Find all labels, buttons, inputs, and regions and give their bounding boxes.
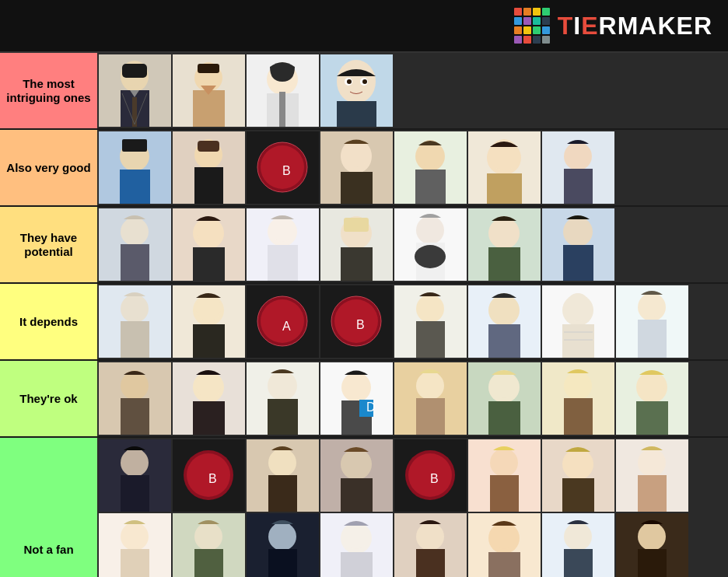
svg-point-199 bbox=[271, 521, 293, 546]
list-item bbox=[99, 439, 171, 512]
logo-cell bbox=[533, 26, 541, 34]
list-item bbox=[320, 54, 393, 127]
svg-point-77 bbox=[415, 245, 446, 268]
svg-rect-92 bbox=[193, 324, 225, 358]
list-item bbox=[99, 285, 171, 358]
logo-cell bbox=[533, 8, 541, 16]
svg-point-121 bbox=[641, 292, 663, 316]
svg-point-207 bbox=[419, 521, 441, 546]
svg-point-67 bbox=[271, 215, 294, 242]
svg-rect-24 bbox=[337, 101, 376, 127]
list-item bbox=[173, 362, 245, 435]
svg-point-23 bbox=[362, 79, 367, 84]
svg-text:B: B bbox=[356, 318, 365, 331]
tier-d-text: They're ok bbox=[19, 392, 77, 406]
svg-rect-146 bbox=[488, 401, 520, 435]
list-item bbox=[468, 362, 541, 435]
svg-point-22 bbox=[347, 79, 352, 84]
logo-cell bbox=[514, 36, 522, 44]
tier-label-a: Also very good bbox=[0, 130, 97, 205]
svg-rect-66 bbox=[268, 245, 298, 281]
svg-rect-214 bbox=[564, 549, 593, 577]
tier-c-content: A B bbox=[97, 284, 728, 359]
list-item bbox=[99, 362, 171, 435]
svg-text:D: D bbox=[366, 400, 376, 414]
header: TiERMAKER bbox=[0, 0, 728, 53]
tier-row-b: They have potential bbox=[0, 207, 728, 284]
list-item bbox=[468, 208, 541, 281]
list-item bbox=[247, 513, 319, 577]
svg-point-85 bbox=[566, 215, 590, 242]
svg-rect-202 bbox=[341, 552, 373, 577]
tier-row-a: Also very good bbox=[0, 130, 728, 207]
list-item bbox=[542, 208, 614, 281]
svg-point-55 bbox=[567, 141, 589, 166]
svg-rect-142 bbox=[416, 398, 445, 435]
logo-grid bbox=[514, 8, 550, 44]
svg-point-137 bbox=[345, 371, 368, 397]
logo-cell bbox=[523, 17, 531, 25]
tier-row-s: The most intriguing ones bbox=[0, 53, 728, 130]
list-item bbox=[542, 285, 614, 358]
svg-point-219 bbox=[641, 521, 663, 546]
svg-rect-80 bbox=[488, 247, 520, 281]
svg-rect-54 bbox=[564, 169, 593, 204]
svg-rect-190 bbox=[121, 549, 149, 577]
logo-cell bbox=[514, 26, 522, 34]
list-item bbox=[247, 54, 319, 127]
list-item bbox=[99, 131, 171, 204]
logo-cell bbox=[542, 8, 550, 16]
svg-point-143 bbox=[419, 370, 441, 395]
svg-point-89 bbox=[124, 293, 145, 318]
list-item bbox=[247, 362, 319, 435]
svg-rect-218 bbox=[638, 549, 667, 577]
svg-rect-42 bbox=[341, 172, 373, 204]
list-item bbox=[320, 513, 393, 577]
tier-s-content bbox=[97, 53, 728, 128]
list-item: A bbox=[247, 285, 319, 358]
svg-rect-206 bbox=[416, 549, 445, 577]
svg-point-191 bbox=[124, 521, 145, 546]
list-item bbox=[542, 439, 614, 512]
list-item bbox=[99, 513, 171, 577]
svg-rect-210 bbox=[488, 552, 520, 577]
list-item: B bbox=[320, 285, 393, 358]
list-item bbox=[394, 208, 467, 281]
tier-label-e: Not a fan bbox=[0, 438, 97, 577]
svg-rect-72 bbox=[344, 218, 369, 232]
svg-rect-154 bbox=[636, 401, 668, 435]
tier-label-d: They're ok bbox=[0, 361, 97, 436]
list-item: B bbox=[394, 439, 467, 512]
svg-rect-3 bbox=[132, 97, 137, 127]
svg-rect-128 bbox=[193, 401, 225, 435]
list-item bbox=[247, 439, 319, 512]
svg-rect-12 bbox=[198, 64, 219, 73]
logo-cell bbox=[514, 8, 522, 16]
svg-point-215 bbox=[567, 521, 589, 546]
list-item bbox=[173, 285, 245, 358]
tier-a-text: Also very good bbox=[6, 161, 90, 175]
logo-cell bbox=[523, 26, 531, 34]
svg-point-179 bbox=[493, 447, 515, 472]
list-item bbox=[468, 131, 541, 204]
logo-cell bbox=[523, 36, 531, 44]
logo-cell bbox=[542, 26, 550, 34]
tier-a-content: B bbox=[97, 130, 728, 205]
list-item bbox=[99, 208, 171, 281]
svg-rect-106 bbox=[416, 321, 445, 358]
svg-rect-58 bbox=[121, 244, 149, 281]
tier-list: TiERMAKER The most intriguing ones bbox=[0, 0, 728, 577]
svg-rect-110 bbox=[488, 324, 520, 358]
svg-rect-70 bbox=[341, 247, 373, 281]
list-item bbox=[616, 439, 688, 512]
svg-rect-124 bbox=[121, 398, 149, 435]
list-item: B bbox=[247, 131, 319, 204]
svg-point-159 bbox=[124, 447, 145, 472]
svg-rect-186 bbox=[638, 475, 667, 512]
tier-b-content bbox=[97, 207, 728, 282]
list-item bbox=[616, 285, 688, 358]
svg-rect-158 bbox=[121, 475, 149, 512]
logo-cell bbox=[523, 8, 531, 16]
logo-cell bbox=[542, 17, 550, 25]
svg-text:A: A bbox=[282, 320, 291, 333]
